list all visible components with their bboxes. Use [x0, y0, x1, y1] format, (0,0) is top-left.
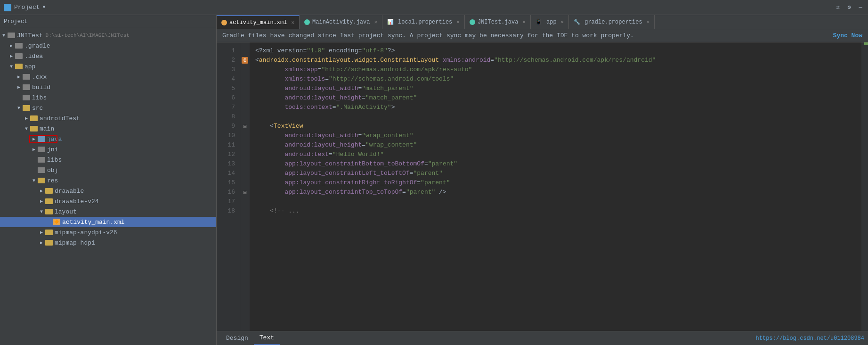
code-line-14: ........app:layout_constraintLeft_toLeft…	[255, 169, 856, 178]
gutter-icon-5	[240, 84, 250, 93]
tab-local-properties[interactable]: 📊 local.properties ✕	[382, 15, 465, 29]
sidebar-item-app[interactable]: app	[0, 61, 216, 72]
tab-gradle-properties[interactable]: 🔧 gradle.properties ✕	[569, 15, 655, 29]
code-token: =	[358, 84, 362, 93]
tab-close-button[interactable]: ✕	[456, 19, 460, 25]
tab-label: MainActivity.java	[312, 19, 370, 25]
folder-icon	[45, 230, 53, 235]
sidebar-item-mipmap-hdpi[interactable]: mipmap-hdpi	[0, 238, 216, 248]
sidebar-item-jni[interactable]: jni	[0, 144, 216, 155]
folder-icon	[15, 43, 23, 49]
sidebar-item-drawable-v24[interactable]: drawable-v24	[0, 196, 216, 206]
content-area: activity_main.xml ✕ MainActivity.java ✕ …	[217, 15, 868, 345]
sidebar-item-layout[interactable]: layout	[0, 206, 216, 217]
title-bar-left: Project ▼	[4, 4, 46, 11]
sidebar-item-res[interactable]: res	[0, 175, 216, 186]
sidebar-item-label: activity_main.xml	[62, 219, 125, 226]
dropdown-arrow-icon[interactable]: ▼	[43, 5, 46, 10]
sidebar-item-build[interactable]: build	[0, 82, 216, 92]
tab-main-activity[interactable]: MainActivity.java ✕	[300, 15, 382, 29]
code-token: android:text	[284, 150, 329, 159]
tab-close-button[interactable]: ✕	[374, 19, 377, 25]
line-number: 6	[221, 93, 235, 103]
line-number: 13	[221, 159, 235, 169]
code-line-1: <?xml version="1.0" encoding="utf-8"?>	[255, 46, 856, 56]
tab-activity-main[interactable]: activity_main.xml ✕	[217, 15, 300, 29]
folder-icon	[45, 209, 53, 214]
folder-icon	[38, 147, 45, 152]
sidebar-item-androidtest[interactable]: androidTest	[0, 113, 216, 123]
line-number: 5	[221, 84, 235, 93]
gutter-icon-9[interactable]: ⊟	[240, 122, 250, 131]
tab-app[interactable]: 📱 app ✕	[531, 15, 569, 29]
gutter-icon-11	[240, 140, 250, 150]
gutter-icon-12	[240, 150, 250, 159]
line-number: 7	[221, 103, 235, 112]
sidebar-item-mipmap-anydpi[interactable]: mipmap-anydpi-v26	[0, 227, 216, 238]
code-content[interactable]: <?xml version="1.0" encoding="utf-8"?> <…	[250, 42, 861, 331]
tab-close-button[interactable]: ✕	[647, 19, 650, 25]
gutter-icon-13	[240, 159, 250, 169]
gutter-icon-6	[240, 93, 250, 103]
tab-close-button[interactable]: ✕	[291, 19, 294, 25]
code-token: =	[402, 188, 406, 197]
line-number: 4	[221, 74, 235, 84]
line-numbers: 1 2 3 4 5 6 7 8 9 10 11 12 13 14 15 16 1	[217, 42, 240, 331]
sidebar-item-label: .gradle	[24, 42, 50, 49]
code-token: =	[329, 150, 333, 159]
tab-jnitest[interactable]: JNITest.java ✕	[465, 15, 531, 29]
folder-icon	[23, 105, 30, 111]
code-editor[interactable]: 1 2 3 4 5 6 7 8 9 10 11 12 13 14 15 16 1	[217, 42, 868, 331]
folder-icon	[23, 95, 30, 100]
code-line-15: ........app:layout_constraintRight_toRig…	[255, 178, 856, 188]
settings-button[interactable]: ⚙	[845, 4, 853, 11]
sidebar-item-main[interactable]: main	[0, 123, 216, 134]
sidebar-item-label: mipmap-anydpi-v26	[55, 229, 117, 236]
sidebar-item-label: .idea	[24, 53, 43, 60]
gutter-icon-8	[240, 112, 250, 122]
code-token: "parent"	[413, 169, 442, 178]
sidebar-item-src[interactable]: src	[0, 103, 216, 113]
tab-label: JNITest.java	[478, 19, 518, 25]
sidebar-item-java[interactable]: java	[0, 134, 216, 144]
sidebar-item-obj[interactable]: obj	[0, 165, 216, 175]
file-tree[interactable]: JNITest D:\si-tech\AI\IMAGE\JNITest .gra…	[0, 28, 216, 345]
tree-arrow-icon	[30, 147, 38, 152]
sidebar-item-cxx[interactable]: .cxx	[0, 72, 216, 82]
tab-design[interactable]: Design	[220, 331, 254, 345]
minimize-button[interactable]: —	[857, 4, 864, 11]
code-token: "parent"	[428, 159, 457, 169]
sidebar-item-jnitest-root[interactable]: JNITest D:\si-tech\AI\IMAGE\JNITest	[0, 30, 216, 41]
gutter-icons: C ⊟	[240, 42, 250, 331]
sidebar-item-label: androidTest	[40, 115, 80, 122]
sync-now-button[interactable]: Sync Now	[833, 32, 862, 39]
notification-message: Gradle files have changed since last pro…	[222, 32, 634, 39]
code-token: android:layout_height	[284, 140, 362, 150]
sidebar-item-activity-main-xml[interactable]: 🔶 activity_main.xml	[0, 217, 216, 227]
line-number: 9	[221, 122, 235, 131]
gutter-icon-2[interactable]: C	[240, 56, 250, 65]
layout-toggle-button[interactable]: ⇄	[834, 4, 842, 11]
code-line-18: <!-- ...	[255, 206, 856, 216]
tab-close-button[interactable]: ✕	[561, 19, 564, 25]
code-token: =	[362, 140, 365, 150]
tab-close-button[interactable]: ✕	[522, 19, 526, 25]
tab-text[interactable]: Text	[254, 331, 280, 345]
sidebar-item-label: libs	[47, 156, 62, 164]
gutter-icon-3	[240, 65, 250, 74]
tree-arrow-icon	[8, 53, 15, 59]
blog-link[interactable]: https://blog.csdn.net/u011208984	[756, 335, 864, 342]
tab-label: local.properties	[398, 19, 452, 25]
sidebar-item-idea[interactable]: .idea	[0, 51, 216, 61]
line-number: 14	[221, 169, 235, 178]
code-token: "wrap_content"	[365, 140, 417, 150]
code-line-6: ........android:layout_height="match_par…	[255, 93, 856, 103]
sidebar-item-drawable[interactable]: drawable	[0, 186, 216, 196]
sidebar-item-gradle[interactable]: .gradle	[0, 41, 216, 51]
sidebar-item-libs-app[interactable]: libs	[0, 92, 216, 103]
gutter-icon-16[interactable]: ⊟	[240, 188, 250, 197]
code-token: xmlns:app	[284, 65, 317, 74]
sidebar-item-libs-main[interactable]: libs	[0, 155, 216, 165]
line-number: 11	[221, 140, 235, 150]
tab-icon	[470, 19, 475, 25]
